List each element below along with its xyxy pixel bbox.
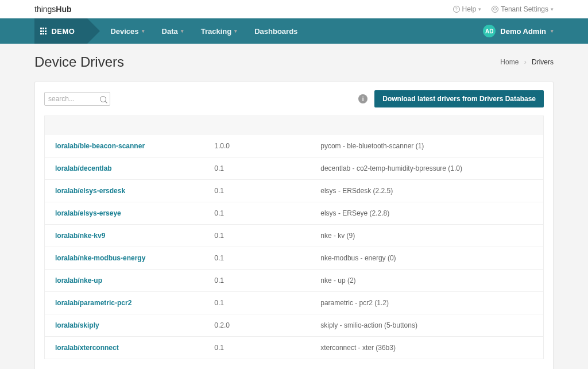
drivers-table-body: loralab/ble-beacon-scanner1.0.0pycom - b…: [44, 135, 544, 359]
driver-name-link[interactable]: loralab/elsys-ersdesk: [55, 187, 214, 195]
help-label: Help: [462, 5, 477, 13]
driver-version: 0.1: [214, 187, 320, 195]
table-row: loralab/nke-modbus-energy0.1nke-modbus -…: [45, 247, 543, 269]
driver-description: parametric - pcr2 (1.2): [320, 299, 533, 307]
chevron-down-icon: ▾: [142, 28, 145, 34]
avatar: AD: [483, 25, 496, 37]
help-icon: ?: [453, 6, 460, 13]
table-row: loralab/decentlab0.1decentlab - co2-temp…: [45, 157, 543, 179]
nav-label: Data: [162, 27, 178, 36]
table-row: loralab/nke-kv90.1nke - kv (9): [45, 224, 543, 247]
driver-version: 0.1: [214, 164, 320, 172]
driver-description: pycom - ble-bluetooth-scanner (1): [320, 142, 533, 150]
driver-version: 0.1: [214, 209, 320, 217]
driver-name-link[interactable]: loralab/nke-modbus-energy: [55, 254, 214, 262]
nav-label: Tracking: [201, 27, 231, 36]
download-row: i Download latest drivers from Drivers D…: [358, 90, 544, 107]
nav-items: Devices▾ Data▾ Tracking▾ Dashboards: [110, 18, 297, 44]
driver-version: 0.1: [214, 232, 320, 240]
nav-data[interactable]: Data▾: [162, 27, 184, 36]
chevron-down-icon: ▾: [478, 6, 481, 12]
info-icon[interactable]: i: [358, 94, 368, 103]
tenant-selector[interactable]: DEMO: [34, 18, 87, 44]
topbar: thingsHub ? Help ▾ Tenant Settings ▾: [0, 0, 588, 18]
driver-name-link[interactable]: loralab/decentlab: [55, 164, 214, 172]
driver-name-link[interactable]: loralab/skiply: [55, 321, 214, 329]
breadcrumb-separator: ›: [524, 58, 527, 66]
table-row: loralab/skiply0.2.0skiply - smilio-actio…: [45, 314, 543, 336]
driver-description: decentlab - co2-temp-humidity-bpressure …: [320, 164, 533, 172]
chevron-down-icon: ▾: [181, 28, 184, 34]
grid-icon: [40, 28, 47, 34]
nav-devices[interactable]: Devices▾: [110, 27, 144, 36]
driver-name-link[interactable]: loralab/elsys-erseye: [55, 209, 214, 217]
chevron-down-icon: ▾: [551, 6, 554, 12]
nav-tracking[interactable]: Tracking▾: [201, 27, 237, 36]
brand-prefix: things: [34, 5, 56, 14]
chevron-down-icon: ▾: [234, 28, 237, 34]
tenant-settings-label: Tenant Settings: [501, 5, 548, 13]
table-row: loralab/nke-up0.1nke - up (2): [45, 269, 543, 291]
user-name: Demo Admin: [500, 27, 546, 36]
breadcrumb: Home › Drivers: [500, 58, 554, 66]
help-link[interactable]: ? Help ▾: [453, 5, 482, 13]
driver-description: nke-modbus - energy (0): [320, 254, 533, 262]
driver-name-link[interactable]: loralab/parametric-pcr2: [55, 299, 214, 307]
user-menu[interactable]: AD Demo Admin ▾: [483, 18, 554, 44]
driver-description: elsys - ERSdesk (2.2.5): [320, 187, 533, 195]
breadcrumb-current: Drivers: [532, 58, 554, 66]
driver-description: elsys - ERSeye (2.2.8): [320, 209, 533, 217]
nav-label: Dashboards: [254, 27, 297, 36]
nav-dashboards[interactable]: Dashboards: [254, 27, 297, 36]
driver-name-link[interactable]: loralab/xterconnect: [55, 344, 214, 352]
download-drivers-button[interactable]: Download latest drivers from Drivers Dat…: [374, 90, 544, 107]
brand-suffix: Hub: [56, 5, 71, 14]
driver-version: 0.1: [214, 276, 320, 285]
driver-description: skiply - smilio-action (5-buttons): [320, 321, 533, 329]
driver-description: xterconnect - xter (36b3): [320, 344, 533, 352]
driver-description: nke - kv (9): [320, 232, 533, 240]
table-row: loralab/xterconnect0.1xterconnect - xter…: [45, 336, 543, 359]
table-row: loralab/elsys-erseye0.1elsys - ERSeye (2…: [45, 202, 543, 224]
driver-name-link[interactable]: loralab/nke-up: [55, 276, 214, 285]
tenant-settings-link[interactable]: Tenant Settings ▾: [492, 5, 554, 13]
navbar: DEMO Devices▾ Data▾ Tracking▾ Dashboards…: [0, 18, 588, 44]
topbar-right: ? Help ▾ Tenant Settings ▾: [453, 5, 554, 13]
search-icon: [100, 96, 106, 102]
driver-description: nke - up (2): [320, 276, 533, 285]
search-box[interactable]: [44, 92, 110, 106]
table-row: loralab/parametric-pcr20.1parametric - p…: [45, 291, 543, 314]
table-header-placeholder: [44, 116, 544, 135]
brand-logo[interactable]: thingsHub: [34, 5, 72, 14]
card-toolbar: i Download latest drivers from Drivers D…: [35, 82, 553, 116]
table-row: loralab/elsys-ersdesk0.1elsys - ERSdesk …: [45, 179, 543, 202]
driver-version: 0.1: [214, 299, 320, 307]
driver-version: 1.0.0: [214, 142, 320, 150]
pager: Items per Page: 10 ▾ 1 - 10 of 64 ‹ ›: [35, 359, 553, 369]
gear-icon: [492, 6, 498, 13]
drivers-card: i Download latest drivers from Drivers D…: [34, 82, 554, 369]
breadcrumb-home[interactable]: Home: [500, 58, 519, 66]
nav-label: Devices: [110, 27, 138, 36]
page-header: Device Drivers Home › Drivers: [0, 44, 588, 76]
driver-name-link[interactable]: loralab/nke-kv9: [55, 232, 214, 240]
tenant-name: DEMO: [51, 27, 75, 36]
chevron-down-icon: ▾: [551, 28, 554, 34]
table-row: loralab/ble-beacon-scanner1.0.0pycom - b…: [45, 135, 543, 157]
driver-version: 0.1: [214, 254, 320, 262]
driver-name-link[interactable]: loralab/ble-beacon-scanner: [55, 142, 214, 150]
search-input[interactable]: [48, 95, 94, 103]
driver-version: 0.1: [214, 344, 320, 352]
driver-version: 0.2.0: [214, 321, 320, 329]
page-title: Device Drivers: [34, 54, 124, 70]
